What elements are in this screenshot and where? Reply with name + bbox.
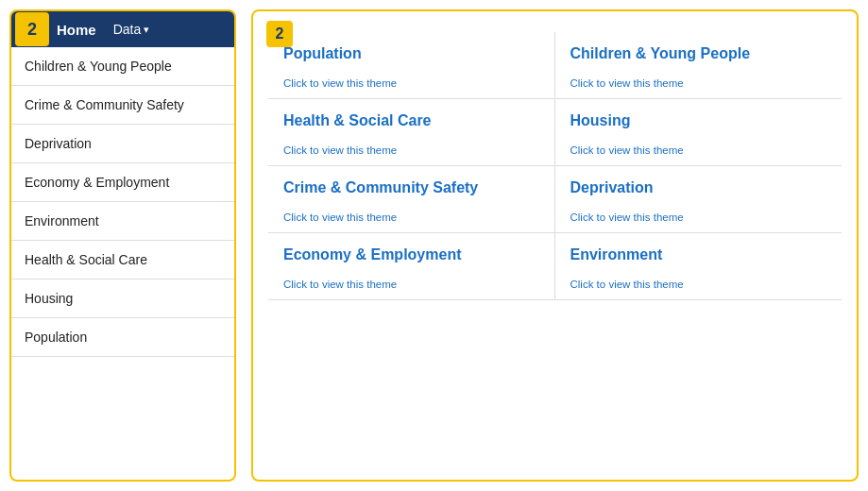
theme-link[interactable]: Click to view this theme bbox=[283, 144, 539, 156]
theme-card[interactable]: HousingClick to view this theme bbox=[555, 99, 842, 166]
nav-badge: 2 bbox=[15, 12, 49, 46]
theme-title: Crime & Community Safety bbox=[283, 179, 539, 196]
theme-link[interactable]: Click to view this theme bbox=[570, 279, 827, 290]
home-button[interactable]: Home bbox=[53, 22, 108, 38]
theme-link[interactable]: Click to view this theme bbox=[570, 212, 827, 223]
theme-card[interactable]: Economy & EmploymentClick to view this t… bbox=[268, 233, 555, 300]
theme-card[interactable]: EnvironmentClick to view this theme bbox=[555, 233, 842, 300]
theme-title: Housing bbox=[570, 112, 827, 129]
theme-link[interactable]: Click to view this theme bbox=[283, 77, 539, 89]
theme-link[interactable]: Click to view this theme bbox=[283, 279, 539, 290]
nav-header: 2 Home Data bbox=[11, 11, 234, 47]
theme-title: Deprivation bbox=[570, 179, 827, 196]
sidebar-item[interactable]: Deprivation bbox=[11, 125, 234, 163]
sidebar-item[interactable]: Housing bbox=[11, 279, 234, 318]
right-badge: 2 bbox=[266, 21, 293, 47]
theme-link[interactable]: Click to view this theme bbox=[570, 77, 827, 89]
right-panel: 2 PopulationClick to view this themeChil… bbox=[251, 9, 859, 482]
sidebar-item[interactable]: Environment bbox=[11, 202, 234, 241]
left-panel: 2 Home Data Children & Young PeopleCrime… bbox=[9, 9, 236, 482]
sidebar-item[interactable]: Children & Young People bbox=[11, 47, 234, 86]
theme-title: Children & Young People bbox=[570, 45, 827, 62]
theme-grid: PopulationClick to view this themeChildr… bbox=[268, 32, 842, 300]
data-button[interactable]: Data bbox=[108, 22, 156, 37]
theme-card[interactable]: PopulationClick to view this theme bbox=[268, 32, 555, 99]
sidebar-list: Children & Young PeopleCrime & Community… bbox=[11, 47, 234, 480]
theme-card[interactable]: DeprivationClick to view this theme bbox=[555, 166, 842, 233]
theme-card[interactable]: Health & Social CareClick to view this t… bbox=[268, 99, 555, 166]
sidebar-item[interactable]: Health & Social Care bbox=[11, 241, 234, 279]
theme-card[interactable]: Children & Young PeopleClick to view thi… bbox=[555, 32, 842, 99]
theme-title: Economy & Employment bbox=[283, 246, 539, 263]
theme-title: Population bbox=[283, 45, 539, 62]
theme-link[interactable]: Click to view this theme bbox=[570, 144, 827, 156]
sidebar-item[interactable]: Economy & Employment bbox=[11, 163, 234, 202]
theme-link[interactable]: Click to view this theme bbox=[283, 212, 539, 223]
theme-title: Environment bbox=[570, 246, 827, 263]
sidebar-item[interactable]: Population bbox=[11, 318, 234, 357]
theme-title: Health & Social Care bbox=[283, 112, 539, 129]
theme-card[interactable]: Crime & Community SafetyClick to view th… bbox=[268, 166, 555, 233]
sidebar-item[interactable]: Crime & Community Safety bbox=[11, 86, 234, 125]
